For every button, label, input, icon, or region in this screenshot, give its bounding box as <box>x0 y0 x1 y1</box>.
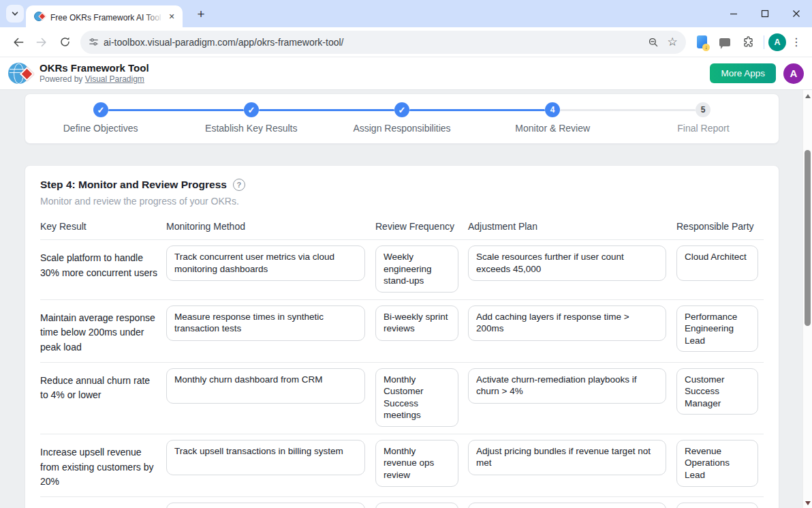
responsible-party-input[interactable]: Performance Engineering Lead <box>676 305 758 353</box>
app-title: OKRs Framework Tool <box>40 62 149 74</box>
adjustment-plan-input[interactable]: Adjust pricing bundles if revenue target… <box>468 440 666 475</box>
check-icon: ✓ <box>248 106 255 115</box>
browser-tab[interactable]: Free OKRs Framework AI Tool | V ✕ <box>26 5 183 27</box>
step-connector <box>560 109 696 111</box>
address-bar[interactable]: ai-toolbox.visual-paradigm.com/app/okrs-… <box>80 31 686 54</box>
chevron-down-icon <box>11 10 19 18</box>
visual-paradigm-logo-icon <box>8 61 33 86</box>
column-header: Responsible Party <box>676 221 765 232</box>
monitoring-method-input[interactable]: Audit progress logs and certification <box>166 503 365 508</box>
stepper-card: ✓✓✓45 Define ObjectivesEstablish Key Res… <box>25 93 779 144</box>
step-circle-3[interactable]: ✓ <box>394 102 409 117</box>
key-result-text: Increase upsell revenue from existing cu… <box>40 440 166 490</box>
comment-bubble-icon[interactable] <box>713 31 736 54</box>
table-row: Increase upsell revenue from existing cu… <box>40 434 764 497</box>
step4-subtitle: Monitor and review the progress of your … <box>40 196 764 207</box>
minimize-icon <box>730 10 738 18</box>
step-label[interactable]: Establish Key Results <box>176 123 326 134</box>
stepper-labels: Define ObjectivesEstablish Key ResultsAs… <box>25 123 779 134</box>
monitoring-method-input[interactable]: Measure response times in synthetic tran… <box>166 305 365 341</box>
column-header: Adjustment Plan <box>468 221 676 232</box>
more-apps-button[interactable]: More Apps <box>710 63 776 83</box>
site-info-icon[interactable] <box>83 33 104 52</box>
step-circle-1[interactable]: ✓ <box>93 102 108 117</box>
review-frequency-input[interactable]: Weekly engineering stand-ups <box>375 245 458 293</box>
step-connector <box>259 109 394 111</box>
responsible-party-input[interactable]: Security <box>676 503 758 508</box>
check-icon: ✓ <box>97 106 105 115</box>
powered-by-prefix: Powered by <box>40 74 85 84</box>
review-frequency-input[interactable]: Bi-weekly sprint reviews <box>375 305 458 341</box>
back-button[interactable] <box>7 31 30 54</box>
back-arrow-icon <box>12 35 25 49</box>
window-controls <box>718 0 812 27</box>
app-title-block: OKRs Framework Tool Powered by Visual Pa… <box>40 62 149 85</box>
tab-title-wrap: Free OKRs Framework AI Tool | V <box>50 11 163 22</box>
adjustment-plan-input[interactable]: Add caching layers if response time > 20… <box>468 305 666 341</box>
page-scrollbar[interactable] <box>802 90 812 508</box>
scroll-up-arrow-icon[interactable] <box>805 94 811 98</box>
forward-button[interactable] <box>30 31 53 54</box>
step-label[interactable]: Assign Responsibilities <box>326 123 477 134</box>
forward-arrow-icon <box>35 35 48 49</box>
extension-doc-icon[interactable]: ↓ <box>690 31 713 54</box>
adjustment-plan-input[interactable]: Address audit findings promptly <box>468 503 666 508</box>
step-label[interactable]: Final Report <box>628 123 779 134</box>
toolbar-separator <box>764 35 764 49</box>
adjustment-plan-input[interactable]: Activate churn-remediation playbooks if … <box>468 368 666 404</box>
help-icon[interactable]: ? <box>233 179 245 191</box>
zoom-out-icon[interactable] <box>644 33 663 52</box>
scroll-down-arrow-icon[interactable] <box>805 501 811 505</box>
column-header: Key Result <box>40 221 166 232</box>
responsible-party-input[interactable]: Revenue Operations Lead <box>676 440 758 487</box>
responsible-party-input[interactable]: Customer Success Manager <box>676 368 758 415</box>
adjustment-plan-input[interactable]: Scale resources further if user count ex… <box>468 245 666 281</box>
monitoring-method-input[interactable]: Track concurrent user metrics via cloud … <box>166 245 365 281</box>
minimize-button[interactable] <box>718 0 749 27</box>
extensions-puzzle-icon[interactable] <box>736 31 760 54</box>
tab-search-button[interactable] <box>6 5 24 23</box>
column-header: Review Frequency <box>375 221 468 232</box>
maximize-icon <box>761 10 769 18</box>
visual-paradigm-link[interactable]: Visual Paradigm <box>85 74 144 84</box>
monitoring-method-input[interactable]: Track upsell transactions in billing sys… <box>166 440 365 475</box>
scrollbar-thumb[interactable] <box>805 150 811 326</box>
table-header-row: Key ResultMonitoring MethodReview Freque… <box>40 221 764 240</box>
review-frequency-input[interactable]: Monthly Customer Success meetings <box>375 368 458 427</box>
key-result-text: Complete ISO 27001 certification for all… <box>40 503 166 508</box>
url-text[interactable]: ai-toolbox.visual-paradigm.com/app/okrs-… <box>104 37 644 48</box>
maximize-button[interactable] <box>749 0 781 27</box>
column-header: Monitoring Method <box>166 221 375 232</box>
new-tab-button[interactable]: + <box>193 7 208 22</box>
review-frequency-input[interactable]: Monthly revenue ops review <box>375 440 458 487</box>
key-result-text: Reduce annual churn rate to 4% or lower <box>40 368 166 403</box>
monitoring-method-input[interactable]: Monthly churn dashboard from CRM <box>166 368 365 404</box>
browser-titlebar: Free OKRs Framework AI Tool | V ✕ + <box>0 0 812 27</box>
step-label[interactable]: Monitor & Review <box>478 123 628 134</box>
step-circle-4[interactable]: 4 <box>545 102 560 117</box>
tab-close-icon[interactable]: ✕ <box>166 11 177 22</box>
reload-button[interactable] <box>53 31 76 54</box>
step-label[interactable]: Define Objectives <box>25 123 176 134</box>
stepper-track: ✓✓✓45 <box>25 94 779 117</box>
browser-toolbar: ai-toolbox.visual-paradigm.com/app/okrs-… <box>0 27 812 57</box>
close-icon <box>792 10 800 18</box>
key-result-text: Maintain average response time below 200… <box>40 305 166 355</box>
close-window-button[interactable] <box>781 0 812 27</box>
check-icon: ✓ <box>399 106 406 115</box>
review-frequency-input[interactable]: Quarterly <box>375 503 458 508</box>
browser-menu-icon[interactable]: ⋮ <box>786 31 807 54</box>
step-connector <box>108 109 244 111</box>
table-row: Scale platform to handle 30% more concur… <box>40 240 764 300</box>
visual-paradigm-favicon <box>34 11 45 22</box>
bookmark-star-icon[interactable]: ☆ <box>663 33 682 52</box>
app-header: OKRs Framework Tool Powered by Visual Pa… <box>0 57 812 90</box>
responsible-party-input[interactable]: Cloud Architect <box>676 245 758 281</box>
step-circle-2[interactable]: ✓ <box>244 102 259 117</box>
table-row: Complete ISO 27001 certification for all… <box>40 497 764 508</box>
account-avatar[interactable]: A <box>783 63 804 84</box>
table-body: Scale platform to handle 30% more concur… <box>40 240 764 508</box>
step4-card: Step 4: Monitor and Review Progress ? Mo… <box>25 165 779 508</box>
step-circle-5[interactable]: 5 <box>696 102 710 117</box>
browser-profile-avatar[interactable]: A <box>768 33 786 51</box>
